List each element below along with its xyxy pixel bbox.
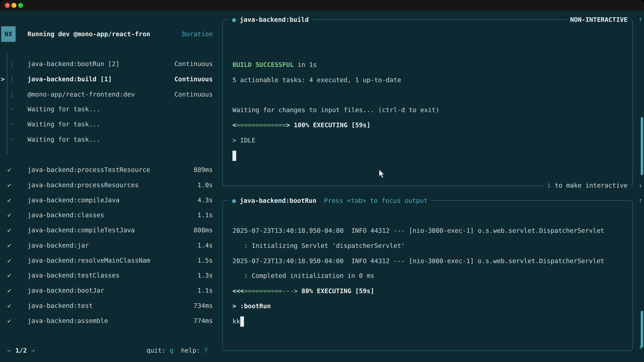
task-check-icon: ✔ <box>8 193 11 208</box>
build-output-pane[interactable]: ● java-backend:build NON-INTERACTIVE BUI… <box>222 19 633 186</box>
task-label: java-backend:classes <box>28 208 104 223</box>
task-row-waiting[interactable]: · Waiting for task... <box>0 102 218 117</box>
keyboard-hints: quit: q help: ? <box>146 343 208 358</box>
build-pane-header: ● java-backend:build <box>228 12 312 27</box>
waiting-bullet-icon: · <box>10 117 14 132</box>
waiting-line: Waiting for changes to input files... (c… <box>232 103 623 118</box>
prev-page-icon[interactable]: ← <box>8 343 11 358</box>
task-duration: 4.3s <box>198 193 213 208</box>
bootrun-terminal-output[interactable]: 2025-07-23T13:40:18.950-04:00 INFO 44312… <box>232 223 623 329</box>
task-check-icon: ✔ <box>8 178 11 193</box>
scroll-up-icon[interactable]: ↑ <box>638 193 642 208</box>
task-duration: 808ms <box>194 223 213 238</box>
task-row[interactable]: ✔ java-backend:resolveMainClassNam 1.5s <box>0 253 218 268</box>
zoom-window-button[interactable] <box>18 3 23 8</box>
head-gap <box>316 197 324 204</box>
task-row[interactable]: ✔ java-backend:test 734ms <box>0 298 218 313</box>
task-check-icon: ✔ <box>8 298 11 313</box>
page-indicator: 1/2 <box>15 343 27 358</box>
task-label: java-backend:testClasses <box>28 268 120 283</box>
quit-hint-label: quit: <box>146 347 170 354</box>
progress-label: 100% EXECUTING [59s] <box>290 121 370 129</box>
task-check-icon: ✔ <box>8 208 11 223</box>
task-row-frontend-dev[interactable]: ⋮ @mono-app/react-frontend:dev Continuou… <box>0 87 218 102</box>
task-row[interactable]: ✔ java-backend:jar 1.4s <box>0 238 218 253</box>
task-spinner-icon: ⋮ <box>8 57 15 72</box>
build-pane-scrollbar[interactable] <box>641 117 643 175</box>
task-row[interactable]: ✔ java-backend:classes 1.1s <box>0 208 218 223</box>
progress-open: <<< <box>232 287 244 295</box>
waiting-bullet-icon: · <box>10 132 14 147</box>
hint-gap <box>173 347 181 354</box>
task-label: java-backend:build [1] <box>28 72 112 87</box>
nx-logo: NX <box>1 26 16 42</box>
task-check-icon: ✔ <box>8 238 11 253</box>
log-line: 2025-07-23T13:40:18.950-04:00 INFO 44312… <box>232 223 623 238</box>
mouse-cursor-icon <box>379 169 385 179</box>
task-status: Continuous <box>174 57 213 72</box>
task-spinner-icon: ⋮ <box>8 87 15 102</box>
task-row-waiting[interactable]: · Waiting for task... <box>0 132 218 147</box>
selected-task-arrow-icon: > <box>1 72 5 87</box>
task-duration: 1.5s <box>198 253 213 268</box>
task-row[interactable]: ✔ java-backend:processTestResource 889ms <box>0 163 218 178</box>
interactive-hint: i to make interactive <box>544 178 631 193</box>
pane-title: java-backend:build <box>240 16 308 23</box>
help-key: ? <box>204 347 208 354</box>
terminal-window: NX Running dev @mono-app/react-fron Dura… <box>0 0 644 362</box>
task-row-waiting[interactable]: · Waiting for task... <box>0 117 218 132</box>
pagination: ← 1/2 → <box>8 343 35 358</box>
prompt-line: > :bootRun <box>232 299 623 314</box>
task-row-build-selected[interactable]: > ⋮ java-backend:build [1] Continuous <box>0 72 218 87</box>
bootrun-pane-scrollbar[interactable] <box>641 311 643 348</box>
task-label: java-backend:jar <box>28 238 89 253</box>
task-row[interactable]: ✔ java-backend:assemble 774ms <box>0 313 218 329</box>
task-row[interactable]: ✔ java-backend:compileJava 4.3s <box>0 193 218 208</box>
pane-title: java-backend:bootRun <box>240 197 316 204</box>
task-label: java-backend:bootJar <box>28 283 104 298</box>
scroll-up-icon[interactable]: ↑ <box>638 12 642 27</box>
task-row[interactable]: ✔ java-backend:compileTestJava 808ms <box>0 223 218 238</box>
task-check-icon: ✔ <box>8 253 11 268</box>
head-gap <box>236 16 240 23</box>
task-spinner-icon: ⋮ <box>8 72 15 87</box>
build-successful-text: BUILD SUCCESSFUL <box>232 61 294 68</box>
nx-tui-app: NX Running dev @mono-app/react-fron Dura… <box>0 11 644 362</box>
task-label: java-backend:processResources <box>28 178 139 193</box>
bootrun-output-pane[interactable]: ● java-backend:bootRun Press <tab> to fo… <box>222 200 633 351</box>
completed-task-list: ✔ java-backend:processTestResource 889ms… <box>0 163 218 329</box>
task-label: java-backend:bootRun [2] <box>28 57 120 72</box>
close-window-button[interactable] <box>5 3 10 8</box>
gradle-progress-line: <<<==========---> 80% EXECUTING [59s] <box>232 284 623 299</box>
task-row-bootrun[interactable]: ⋮ java-backend:bootRun [2] Continuous <box>0 57 218 72</box>
scroll-down-icon[interactable]: ↓ <box>638 178 642 193</box>
tasks-summary-line: 5 actionable tasks: 4 executed, 1 up-to-… <box>232 72 623 88</box>
task-duration: 889ms <box>194 163 213 178</box>
help-hint-label: help: <box>181 347 204 354</box>
next-page-icon[interactable]: → <box>31 343 35 358</box>
task-row[interactable]: ✔ java-backend:processResources 1.0s <box>0 178 218 193</box>
task-check-icon: ✔ <box>8 283 11 298</box>
log-line: : Completed initialization in 0 ms <box>232 269 623 284</box>
head-gap <box>236 197 240 204</box>
terminal-cursor <box>240 316 244 327</box>
task-label: java-backend:compileJava <box>28 193 120 208</box>
sidebar-footer: ← 1/2 → quit: q help: ? <box>0 343 213 358</box>
task-row[interactable]: ✔ java-backend:testClasses 1.3s <box>0 268 218 283</box>
minimize-window-button[interactable] <box>12 3 16 8</box>
interactive-hint-key: i <box>547 182 551 189</box>
pane-status-dot-icon: ● <box>232 197 236 204</box>
input-line: kk <box>232 314 623 329</box>
task-duration: 1.0s <box>198 178 213 193</box>
bootrun-pane-header: ● java-backend:bootRun Press <tab> to fo… <box>228 193 431 209</box>
task-row[interactable]: ✔ java-backend:bootJar 1.1s <box>0 283 218 298</box>
typed-input: kk <box>232 318 240 325</box>
build-terminal-output[interactable]: BUILD SUCCESSFUL in 1s 5 actionable task… <box>232 57 623 163</box>
task-label: Waiting for task... <box>28 117 100 132</box>
waiting-bullet-icon: · <box>10 102 14 117</box>
task-check-icon: ✔ <box>8 268 11 283</box>
sidebar-header: Running dev @mono-app/react-fron Duratio… <box>28 26 213 42</box>
run-command-title: Running dev @mono-app/react-fron <box>28 30 150 38</box>
task-label: java-backend:compileTestJava <box>28 223 135 238</box>
task-label: java-backend:assemble <box>28 313 108 329</box>
